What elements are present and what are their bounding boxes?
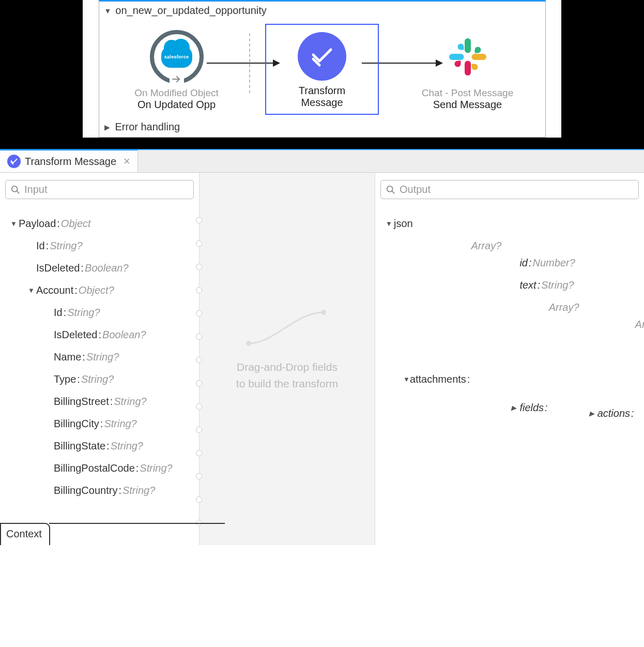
- field-type: Object: [61, 218, 91, 230]
- field-name: Id: [36, 240, 45, 252]
- connector-dot[interactable]: [196, 427, 202, 433]
- tree-row[interactable]: ▶fields : Array?▶actions : Array?fallbac…: [471, 296, 644, 519]
- tree-row[interactable]: BillingState : String?: [5, 435, 194, 457]
- salesforce-circle-icon: salesforce: [150, 30, 204, 84]
- field-type: String?: [111, 440, 143, 452]
- tree-row[interactable]: ▼Payload : Object: [5, 213, 194, 235]
- transform-badge-icon: [7, 155, 21, 168]
- field-name: BillingState: [54, 440, 105, 452]
- field-name: BillingCity: [54, 418, 99, 430]
- field-type: String?: [104, 418, 136, 430]
- tree-row[interactable]: Type : String?: [5, 368, 194, 390]
- tree-row[interactable]: ▼Account : Object?: [5, 279, 194, 302]
- tree-row[interactable]: Id : String?: [5, 302, 194, 324]
- tree-row[interactable]: BillingStreet : String?: [5, 390, 194, 413]
- tree-row[interactable]: IsDeleted : Boolean?: [5, 324, 194, 346]
- connector-dot[interactable]: [196, 240, 202, 247]
- tree-row[interactable]: BillingPostalCode : String?: [5, 457, 194, 479]
- tree-row[interactable]: ▶actions : Array?fallback : String?subty…: [549, 313, 644, 514]
- tree-row[interactable]: fallback : String?: [635, 330, 644, 353]
- output-search-field[interactable]: [400, 184, 633, 195]
- tab-title: Transform Message: [25, 156, 116, 168]
- connector-dot[interactable]: [196, 264, 202, 270]
- tree-row[interactable]: BillingCountry : String?: [5, 479, 194, 502]
- svg-line-9: [392, 191, 395, 193]
- tab-transform-message[interactable]: Transform Message ×: [0, 149, 138, 173]
- field-name: id: [519, 257, 528, 269]
- input-search-field[interactable]: [24, 184, 188, 195]
- svg-point-4: [12, 186, 18, 191]
- connector-dot[interactable]: [196, 496, 202, 503]
- connector-dot[interactable]: [196, 380, 202, 386]
- connector-dot[interactable]: [196, 217, 202, 223]
- tree-row[interactable]: Id : String?: [5, 235, 194, 257]
- tree-row[interactable]: IsDeleted : Boolean?: [5, 257, 194, 279]
- connector-dot[interactable]: [196, 473, 202, 479]
- close-icon[interactable]: ×: [124, 155, 130, 168]
- tree-row[interactable]: id : Number?: [471, 252, 644, 274]
- field-name: IsDeleted: [54, 329, 98, 341]
- field-type: String?: [114, 396, 146, 408]
- svg-rect-2: [465, 61, 471, 76]
- field-type: String?: [86, 351, 119, 363]
- node-name-label: Send Message: [433, 99, 502, 111]
- connector-dot[interactable]: [196, 450, 202, 456]
- field-type: Number?: [533, 257, 575, 269]
- field-type: Boolean?: [85, 262, 129, 274]
- node-type-label: On Modified Object: [134, 87, 219, 99]
- transform-icon: [298, 32, 346, 81]
- svg-point-8: [387, 186, 393, 191]
- tree-row[interactable]: ts : String?: [635, 464, 644, 486]
- field-type: String?: [50, 240, 82, 252]
- connector-dot[interactable]: [196, 334, 202, 340]
- flow-container: ▼ on_new_or_updated_opportunity salesfor…: [99, 0, 546, 138]
- context-tab[interactable]: Context: [0, 523, 50, 545]
- svg-line-5: [17, 191, 20, 193]
- flow-title: on_new_or_updated_opportunity: [115, 5, 266, 17]
- tree-row[interactable]: BillingCity : String?: [5, 413, 194, 435]
- field-type: Array?id : Number?text : String?▶fields …: [471, 240, 644, 519]
- tree-row[interactable]: ▼attachments : Array?id : Number?text : …: [380, 235, 639, 524]
- node-transform-message[interactable]: Transform Message: [265, 24, 379, 115]
- tree-row[interactable]: ▼json: [380, 213, 639, 235]
- toggle-icon[interactable]: ▼: [403, 375, 410, 383]
- svg-rect-3: [449, 54, 464, 60]
- output-search[interactable]: [380, 180, 639, 199]
- toggle-icon[interactable]: ▼: [28, 287, 36, 294]
- node-name-label: On Updated Opp: [137, 99, 216, 111]
- tree-row[interactable]: bot_id : String?: [635, 442, 644, 464]
- error-handling-row[interactable]: ▶ Error handling: [99, 117, 545, 137]
- toggle-icon[interactable]: ▶: [589, 410, 597, 417]
- field-name: Name: [54, 351, 81, 363]
- mapping-hint: Drag-and-Drop fields to build the transf…: [200, 359, 375, 392]
- tree-row[interactable]: type : String?: [635, 397, 644, 419]
- connector-dot[interactable]: [196, 310, 202, 317]
- connector-dot[interactable]: [196, 357, 202, 363]
- connector-dot[interactable]: [196, 403, 202, 410]
- node-on-modified-object[interactable]: salesforce On Modified Object On Updated…: [120, 28, 234, 111]
- tree-row[interactable]: Name : String?: [5, 346, 194, 368]
- input-search[interactable]: [5, 180, 194, 199]
- connector-dot[interactable]: [196, 287, 202, 293]
- tree-row[interactable]: text : String?: [635, 375, 644, 397]
- field-type: Object?: [79, 284, 114, 296]
- tree-row[interactable]: username : String?: [635, 486, 644, 508]
- field-name: json: [394, 218, 413, 230]
- tree-row[interactable]: user : String?: [635, 419, 644, 442]
- node-slack-post[interactable]: Chat - Post Message Send Message: [411, 28, 525, 111]
- toggle-icon[interactable]: ▼: [386, 220, 394, 228]
- field-name: attachments: [410, 373, 466, 385]
- mapping-canvas[interactable]: Drag-and-Drop fields to build the transf…: [199, 173, 375, 545]
- field-type: String?: [81, 373, 114, 385]
- field-name: Payload: [19, 218, 56, 230]
- field-type: String?: [541, 279, 574, 291]
- tree-row[interactable]: text : String?: [471, 274, 644, 296]
- field-name: IsDeleted: [36, 262, 80, 274]
- field-type: String?: [122, 485, 155, 496]
- toggle-icon[interactable]: ▶: [511, 404, 519, 412]
- tree-row[interactable]: subtype : String?: [635, 353, 644, 375]
- node-name-label: Transform: [299, 85, 345, 97]
- flow-title-row[interactable]: ▼ on_new_or_updated_opportunity: [99, 2, 545, 19]
- svg-point-7: [321, 310, 326, 315]
- toggle-icon[interactable]: ▼: [10, 220, 19, 228]
